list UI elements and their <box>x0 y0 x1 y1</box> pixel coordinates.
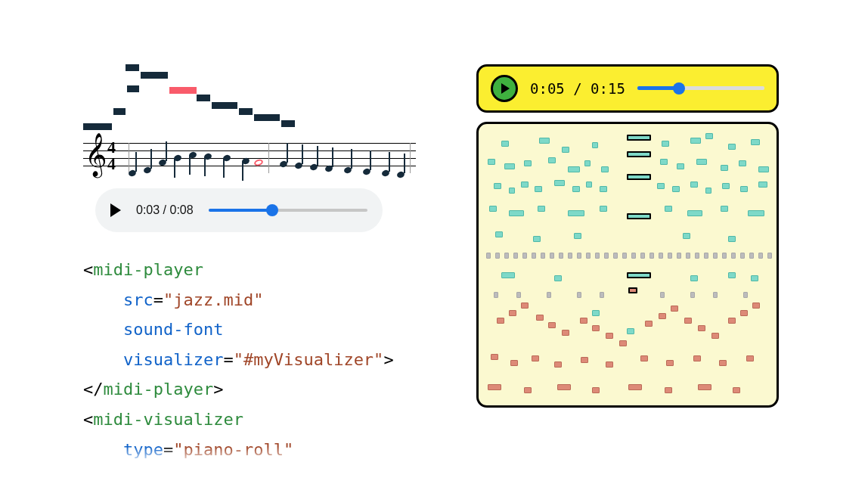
note-stem <box>150 149 152 169</box>
viz-note <box>574 233 581 239</box>
viz-note <box>705 188 711 194</box>
viz-note <box>705 133 713 139</box>
code-token: </ <box>83 380 104 399</box>
viz-note <box>592 325 600 331</box>
viz-note <box>577 292 581 298</box>
viz-note <box>758 182 767 188</box>
viz-note <box>690 275 698 281</box>
viz-note <box>550 253 554 259</box>
viz-note <box>640 253 645 259</box>
note-bar <box>254 114 280 121</box>
note-stem <box>174 158 175 178</box>
viz-note <box>584 160 591 166</box>
viz-note <box>743 292 748 298</box>
piano-roll-visualizer <box>476 122 779 408</box>
viz-note <box>559 253 563 259</box>
viz-note <box>698 384 711 390</box>
viz-note <box>713 292 718 298</box>
viz-note <box>683 233 690 239</box>
code-line: src="jazz.mid" <box>83 285 439 315</box>
seek-bar[interactable] <box>209 203 367 217</box>
note-bar <box>113 108 126 115</box>
viz-note <box>516 292 521 298</box>
viz-note <box>628 384 642 390</box>
viz-note <box>522 253 527 259</box>
note-stem <box>317 146 318 166</box>
viz-note <box>751 275 758 281</box>
viz-note <box>592 310 600 316</box>
left-panel: 𝄞 4 4 0:03 / 0:08 <midi-player src="jazz… <box>83 64 439 464</box>
code-token: "jazz.mid" <box>163 290 263 309</box>
play-icon <box>501 83 510 94</box>
viz-note <box>687 210 702 216</box>
viz-note <box>721 206 728 212</box>
viz-note <box>568 253 572 259</box>
viz-note <box>746 355 754 361</box>
code-token: < <box>83 410 93 429</box>
viz-note <box>548 157 556 163</box>
viz-note <box>627 272 651 278</box>
viz-note <box>562 147 569 153</box>
viz-note <box>521 302 529 309</box>
viz-note <box>733 387 740 393</box>
viz-note <box>690 138 701 144</box>
viz-note <box>721 165 728 171</box>
viz-note <box>722 183 730 189</box>
viz-note <box>494 292 498 298</box>
viz-note <box>509 210 524 216</box>
code-token: = <box>163 440 173 459</box>
viz-note <box>728 272 736 278</box>
viz-note <box>751 139 760 145</box>
viz-note <box>562 330 569 336</box>
viz-note <box>600 292 604 298</box>
code-token: visualizer <box>123 350 223 369</box>
seek-thumb[interactable] <box>673 82 685 95</box>
seek-thumb[interactable] <box>266 204 278 216</box>
viz-note <box>586 182 592 188</box>
viz-note <box>548 322 556 328</box>
audio-player-simple: 0:03 / 0:08 <box>95 188 383 232</box>
viz-note <box>532 253 536 259</box>
code-token: = <box>223 350 233 369</box>
viz-note <box>541 253 545 259</box>
viz-note <box>592 142 598 148</box>
viz-note <box>627 151 651 157</box>
note-bar <box>239 108 253 115</box>
viz-note <box>532 355 539 361</box>
note-stem <box>189 155 191 175</box>
viz-note <box>719 360 727 366</box>
viz-note <box>557 384 571 390</box>
viz-note <box>586 253 591 259</box>
barline <box>410 143 411 173</box>
note-stem <box>135 152 137 172</box>
viz-note <box>495 231 503 237</box>
viz-note <box>577 253 581 259</box>
viz-note <box>486 253 491 259</box>
viz-note <box>509 310 516 316</box>
viz-note <box>758 253 763 259</box>
viz-note <box>640 355 648 361</box>
viz-note <box>677 253 681 259</box>
viz-note <box>628 287 637 293</box>
viz-note <box>521 182 529 188</box>
code-token <box>83 440 123 459</box>
viz-note <box>494 183 501 189</box>
code-token: > <box>383 350 393 369</box>
treble-clef-icon: 𝄞 <box>85 135 107 173</box>
play-button[interactable] <box>110 203 121 217</box>
note-bar <box>212 102 237 109</box>
styled-audio-player: 0:05 / 0:15 <box>476 64 779 113</box>
seek-bar[interactable] <box>637 82 764 95</box>
note-bar <box>126 64 139 71</box>
viz-note <box>731 253 736 259</box>
code-line: <midi-player <box>83 255 439 285</box>
time-sig-den: 4 <box>107 157 116 173</box>
viz-note <box>748 210 764 216</box>
viz-note <box>572 186 580 192</box>
play-button[interactable] <box>491 75 518 102</box>
seek-fill <box>209 209 272 212</box>
code-token: midi-visualizer <box>93 410 243 429</box>
viz-note <box>627 213 651 219</box>
viz-note <box>728 144 736 150</box>
viz-note <box>627 135 651 141</box>
